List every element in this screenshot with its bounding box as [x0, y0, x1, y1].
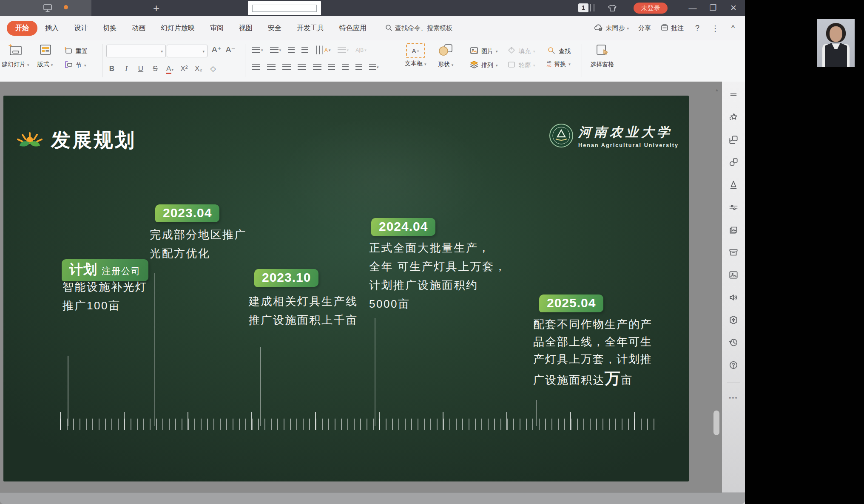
- tab-devtools[interactable]: 开发工具: [289, 21, 332, 35]
- badge-main-text: 2024.04: [379, 219, 428, 233]
- subscript-button[interactable]: X₂: [192, 62, 205, 76]
- tab-insert[interactable]: 插入: [37, 21, 66, 35]
- slide-canvas[interactable]: 发展规划 河南农业大学 Henan Agricultural Universit…: [3, 96, 689, 481]
- collapse-ribbon-button[interactable]: ^: [729, 24, 737, 33]
- login-status-badge[interactable]: 未登录: [634, 3, 668, 14]
- plant-material-icon[interactable]: [728, 314, 739, 326]
- tab-slideshow[interactable]: 幻灯片放映: [153, 21, 202, 35]
- align-center-button[interactable]: [265, 62, 277, 71]
- help-button[interactable]: ?: [693, 24, 702, 33]
- smart-effects-icon[interactable]: [728, 112, 739, 123]
- font-color-button[interactable]: A▾: [163, 62, 176, 76]
- timeline-text-2023-10[interactable]: 建成相关灯具生产线 推广设施面积上千亩: [249, 292, 358, 329]
- reset-button[interactable]: 重置: [64, 46, 88, 56]
- increase-font-button[interactable]: A⁺: [212, 45, 222, 54]
- close-button[interactable]: ✕: [726, 2, 741, 14]
- text-direction-button[interactable]: A▾: [313, 45, 333, 54]
- decrease-font-button[interactable]: A⁻: [226, 45, 236, 54]
- tab-security[interactable]: 安全: [260, 21, 289, 35]
- image-icon[interactable]: [728, 269, 739, 280]
- tab-special-apps[interactable]: 特色应用: [332, 21, 374, 35]
- tab-design[interactable]: 设计: [66, 21, 95, 35]
- replace-button[interactable]: ABAC 替换▾: [547, 60, 571, 68]
- vertical-scrollbar[interactable]: ▲: [713, 88, 721, 496]
- comment-button[interactable]: 批注: [660, 24, 684, 33]
- decrease-indent-button[interactable]: [286, 45, 296, 54]
- tab-home[interactable]: 开始: [7, 21, 37, 36]
- justify-button[interactable]: [296, 62, 308, 71]
- font-size-combo[interactable]: ▾: [167, 45, 207, 57]
- timeline-text-2024-04[interactable]: 正式全面大批量生产， 全年 可生产灯具上万套， 计划推广设施面积约 5000亩: [369, 238, 506, 313]
- switch-shapes-icon[interactable]: [728, 134, 739, 145]
- history-icon[interactable]: [728, 337, 739, 348]
- help-icon[interactable]: [728, 360, 739, 371]
- tab-review[interactable]: 审阅: [202, 21, 231, 35]
- bullets-button[interactable]: ▾: [250, 45, 265, 54]
- timeline-badge-2024-04[interactable]: 2024.04: [371, 218, 435, 236]
- window-count-badge[interactable]: 1: [578, 3, 588, 12]
- font-name-combo[interactable]: ▾: [106, 45, 166, 57]
- webcam-video-feed[interactable]: [817, 19, 855, 67]
- find-button[interactable]: 查找: [547, 46, 571, 56]
- share-button[interactable]: 分享: [638, 24, 651, 32]
- drag-handle-icon[interactable]: [728, 89, 739, 100]
- increase-indent-button[interactable]: [300, 45, 310, 54]
- timeline-badge-2023-10[interactable]: 2023.10: [254, 269, 318, 287]
- tab-view[interactable]: 视图: [231, 21, 260, 35]
- space-before-button[interactable]: [340, 62, 350, 71]
- wordart-icon[interactable]: [728, 179, 739, 190]
- picture-button[interactable]: 图片▾: [469, 46, 498, 56]
- superscript-button[interactable]: X²: [178, 62, 190, 76]
- outline-button[interactable]: 轮廓▾: [507, 60, 535, 70]
- italic-button[interactable]: I: [120, 62, 133, 76]
- tab-transition[interactable]: 切换: [95, 21, 124, 35]
- timeline-badge-2023-04[interactable]: 2023.04: [155, 204, 219, 222]
- scrollbar-thumb[interactable]: [713, 411, 719, 435]
- textbox-button[interactable]: A≡ 文本框 ▾: [405, 43, 426, 68]
- insert-shapes-icon[interactable]: [728, 157, 739, 168]
- command-search[interactable]: 查找命令、搜索模板: [385, 24, 452, 33]
- tab-animation[interactable]: 动画: [124, 21, 153, 35]
- section-button[interactable]: 节 ▾: [64, 60, 88, 70]
- sound-icon[interactable]: [728, 292, 739, 303]
- more-menu-button[interactable]: ⋮: [711, 24, 719, 33]
- minimize-button[interactable]: —: [685, 2, 700, 14]
- slide-title[interactable]: 发展规划: [51, 127, 136, 153]
- resource-box-icon[interactable]: [728, 247, 739, 258]
- active-document-tab[interactable]: [248, 1, 321, 15]
- skin-icon[interactable]: [607, 3, 617, 14]
- photo-album-icon[interactable]: [728, 224, 739, 235]
- sync-status-button[interactable]: 未同步 ▾: [594, 24, 629, 33]
- timeline-text-plan[interactable]: 智能设施补光灯 推广100亩: [63, 277, 148, 315]
- clear-format-button[interactable]: ◇: [207, 62, 219, 76]
- text-box-style-button[interactable]: ▾: [336, 45, 351, 54]
- distribute-button[interactable]: [311, 62, 323, 71]
- underline-button[interactable]: U: [134, 62, 147, 76]
- bold-button[interactable]: B: [105, 62, 118, 76]
- align-left-button[interactable]: [250, 62, 262, 71]
- new-slide-button[interactable]: 建幻灯片 ▾: [2, 43, 29, 68]
- align-right-button[interactable]: [281, 62, 293, 71]
- arrange-button[interactable]: 排列▾: [469, 60, 498, 70]
- scroll-up-arrow-icon[interactable]: ▲: [713, 88, 721, 92]
- paragraph-more-button[interactable]: ▾: [367, 62, 381, 71]
- restore-button[interactable]: ❐: [706, 2, 720, 14]
- timeline-badge-2025-04[interactable]: 2025.04: [539, 294, 603, 312]
- layout-button[interactable]: 版式 ▾: [37, 43, 54, 68]
- timeline-text-2023-04[interactable]: 完成部分地区推广 光配方优化: [150, 225, 247, 263]
- fill-button[interactable]: 填充▾: [507, 46, 535, 56]
- adjust-sliders-icon[interactable]: [728, 202, 739, 213]
- sidebar-more-button[interactable]: •••: [729, 394, 738, 401]
- tab-rename-input[interactable]: [252, 5, 317, 12]
- numbering-button[interactable]: ▾: [268, 45, 283, 54]
- new-tab-button[interactable]: +: [153, 1, 159, 15]
- line-spacing-button[interactable]: [327, 62, 337, 71]
- selection-pane-button[interactable]: 选择窗格: [590, 43, 614, 68]
- strikethrough-button[interactable]: S: [149, 62, 162, 76]
- text-orientation-button[interactable]: A|B▾: [354, 45, 368, 54]
- shapes-button[interactable]: 形状 ▾: [437, 43, 454, 68]
- selection-pane-label: 选择窗格: [590, 61, 614, 68]
- timeline-text-2025-04[interactable]: 配套不同作物生产的产 品全部上线，全年可生 产灯具上万套，计划推 广设施面积达万…: [533, 316, 652, 391]
- presentation-mode-icon[interactable]: [43, 3, 53, 14]
- space-after-button[interactable]: [354, 62, 364, 71]
